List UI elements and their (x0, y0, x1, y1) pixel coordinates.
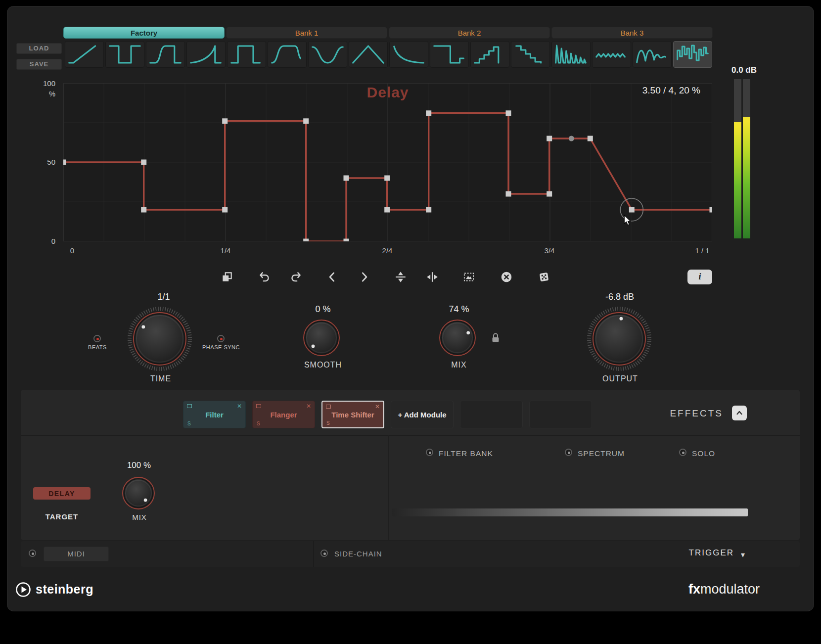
delete-button[interactable] (496, 269, 517, 285)
module-chip-time-shifter[interactable]: ✕ S Time Shifter (321, 401, 384, 428)
flip-horizontal-button[interactable] (421, 269, 443, 285)
time-knob[interactable] (127, 306, 192, 373)
effects-panel: ✕ S Filter ✕ S Flanger ✕ S Time Shifter … (21, 390, 800, 540)
side-chain-radio[interactable] (320, 550, 328, 557)
flip-vertical-icon (394, 271, 407, 283)
trigger-dropdown[interactable]: TRIGGER (680, 548, 734, 558)
module-window-icon (256, 404, 261, 408)
marquee-button[interactable] (458, 269, 480, 285)
curve-hover-dot (569, 136, 574, 141)
module-solo-badge[interactable]: S (326, 420, 330, 426)
curve-handle[interactable] (547, 136, 552, 141)
module-solo-badge[interactable]: S (187, 421, 191, 426)
preset-shape-icon (475, 47, 499, 63)
curve-handle[interactable] (141, 207, 146, 213)
add-module-button[interactable]: + Add Module (391, 401, 454, 428)
effects-collapse-button[interactable] (732, 406, 747, 420)
y-tick-100: 100 (36, 79, 55, 88)
preset-shape-icon (353, 46, 384, 63)
curve-handle[interactable] (303, 118, 309, 124)
curve-handle[interactable] (384, 207, 390, 213)
preset-pulse[interactable] (227, 41, 266, 68)
module-close-icon[interactable]: ✕ (375, 403, 380, 410)
modulation-curve-editor[interactable] (63, 83, 712, 241)
solo-radio[interactable] (679, 449, 686, 456)
module-mix-label: MIX (110, 513, 169, 521)
divider (313, 541, 314, 567)
undo-button[interactable] (254, 269, 275, 285)
phase-sync-radio[interactable] (217, 335, 225, 342)
module-close-icon[interactable]: ✕ (306, 403, 311, 410)
curve-handle[interactable] (629, 207, 635, 213)
curve-handle[interactable] (384, 176, 390, 181)
curve-handle[interactable] (506, 110, 511, 116)
flip-vertical-button[interactable] (390, 269, 411, 285)
curve-handle[interactable] (63, 160, 66, 165)
curve-handle[interactable] (303, 239, 309, 242)
curve-handle[interactable] (710, 207, 713, 213)
tab-bank-1[interactable]: Bank 1 (226, 27, 387, 39)
output-knob[interactable] (587, 306, 652, 373)
module-window-icon (326, 405, 331, 409)
preset-valley[interactable] (308, 41, 347, 68)
midi-button[interactable]: MIDI (44, 547, 109, 561)
duplicate-button[interactable] (216, 269, 238, 285)
preset-ripple[interactable] (592, 41, 631, 68)
module-solo-badge[interactable]: S (257, 421, 260, 426)
curve-handle[interactable] (426, 207, 431, 213)
beats-radio[interactable] (93, 335, 101, 342)
preset-double-hump[interactable] (633, 41, 672, 68)
tab-bank-3[interactable]: Bank 3 (551, 27, 713, 39)
module-close-icon[interactable]: ✕ (237, 403, 242, 410)
info-button[interactable]: i (687, 270, 712, 284)
curve-handle[interactable] (222, 207, 228, 213)
curve-handle[interactable] (506, 191, 511, 197)
prev-icon (326, 271, 339, 283)
module-chip-filter[interactable]: ✕ S Filter (183, 401, 246, 428)
save-button[interactable]: SAVE (16, 59, 62, 70)
preset-round-pulse[interactable] (268, 41, 307, 68)
curve-handle[interactable] (547, 191, 552, 197)
preset-decay[interactable] (389, 41, 428, 68)
load-button[interactable]: LOAD (16, 43, 62, 54)
curve-handle[interactable] (426, 110, 431, 116)
module-mix-knob[interactable] (121, 476, 156, 512)
preset-shape-icon (313, 47, 343, 63)
midi-radio[interactable] (29, 550, 36, 557)
preset-ramp-up[interactable] (65, 41, 104, 68)
tab-factory[interactable]: Factory (63, 27, 225, 39)
tab-bank-2[interactable]: Bank 2 (389, 27, 550, 39)
smooth-knob[interactable] (302, 319, 341, 359)
randomize-icon (538, 271, 550, 283)
spectrum-radio[interactable] (565, 449, 572, 456)
preset-triangle[interactable] (349, 41, 388, 68)
preset-random-steps[interactable] (673, 41, 712, 68)
filter-bank-radio[interactable] (426, 449, 433, 456)
curve-handle[interactable] (222, 118, 228, 124)
lock-icon[interactable] (491, 332, 501, 345)
preset-comb-decay[interactable] (551, 41, 591, 68)
module-chip-flanger[interactable]: ✕ S Flanger (252, 401, 315, 428)
preset-shape-icon (596, 54, 625, 57)
preset-step-curve[interactable] (146, 41, 185, 68)
mix-knob[interactable] (438, 319, 477, 359)
preset-square[interactable] (105, 41, 144, 68)
curve-handle[interactable] (141, 160, 146, 165)
preset-shape-icon (272, 46, 301, 63)
filter-bank-label: FILTER BANK (439, 449, 493, 458)
curve-handle[interactable] (344, 176, 349, 181)
target-delay-button[interactable]: DELAY (33, 487, 91, 500)
meter-db-label: 0.0 dB (709, 65, 757, 75)
preset-stair-down[interactable] (511, 41, 550, 68)
meter-bar-right (743, 79, 750, 238)
preset-stair-up[interactable] (470, 41, 509, 68)
curve-handle[interactable] (588, 136, 593, 141)
prev-button[interactable] (321, 269, 343, 285)
randomize-button[interactable] (533, 269, 555, 285)
chevron-down-icon[interactable]: ▾ (741, 550, 745, 559)
preset-exp-ramp[interactable] (186, 41, 226, 68)
curve-handle[interactable] (344, 239, 349, 242)
redo-button[interactable] (285, 269, 307, 285)
preset-square-drop[interactable] (430, 41, 469, 68)
next-button[interactable] (353, 269, 375, 285)
